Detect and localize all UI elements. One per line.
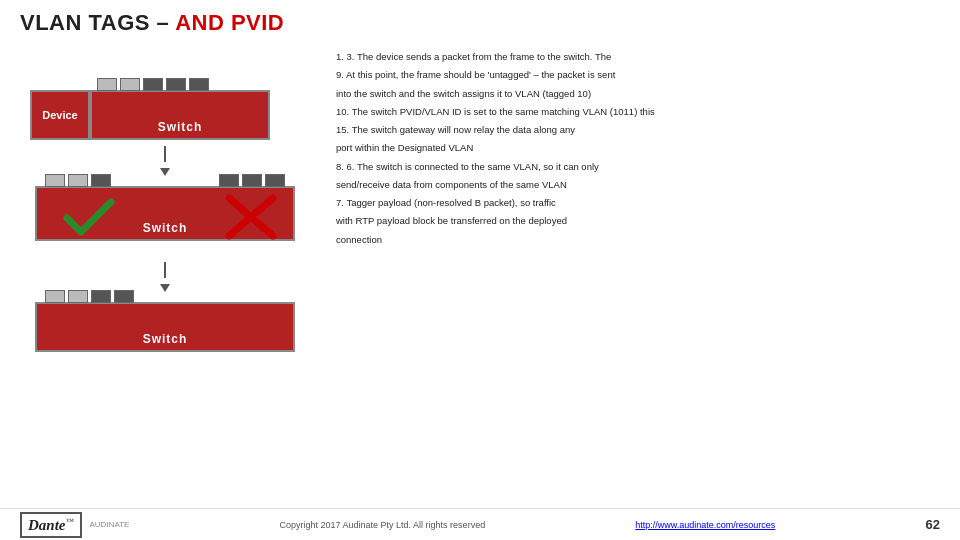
port [114,290,134,303]
port [242,174,262,187]
mid-section: Switch [35,182,295,256]
top-section: Device Switch [30,50,300,140]
main-content: Device Switch [0,42,960,502]
mid-switch-wrapper: Switch [35,186,295,256]
text-area: 1. 3. The device sends a packet from the… [320,42,950,502]
connector-line-2 [164,262,166,278]
text-line-7: 8. 6. The switch is connected to the sam… [336,160,934,174]
text-line-9: 7. Tagger payload (non-resolved B packet… [336,196,934,210]
port [68,290,88,303]
switch1-label: Switch [158,120,203,134]
mid-left-ports [45,174,111,187]
port [45,174,65,187]
bot-switch-wrapper: Switch [35,302,295,367]
port [68,174,88,187]
text-line-3: into the switch and the switch assigns i… [336,87,934,101]
logo-box: Dante™ [20,512,82,538]
logo-sub: AUDINATE [90,520,130,529]
diagram-area: Device Switch [10,42,320,502]
connector-line-1 [164,146,166,162]
port [219,174,239,187]
switch1-box: Switch [90,90,270,140]
trademark: ™ [66,516,74,525]
mid-switch-ports [37,174,293,187]
switch2-label: Switch [143,221,188,235]
bot-section: Switch [35,298,295,367]
port [91,290,111,303]
text-line-8: send/receive data from components of the… [336,178,934,192]
port [189,78,209,91]
x-mark-icon [225,194,277,244]
bot-switch-ports [37,290,293,303]
logo-text: Dante [28,517,66,533]
device-switch-row: Device Switch [30,62,300,140]
port [166,78,186,91]
port [97,78,117,91]
header: VLAN TAGS – AND PVID [0,0,960,42]
checkmark-icon [63,196,115,242]
text-line-4: 10. The switch PVID/VLAN ID is set to th… [336,105,934,119]
port [265,174,285,187]
port [91,174,111,187]
port [143,78,163,91]
port [45,290,65,303]
title-prefix: VLAN TAGS – [20,10,175,35]
page-number: 62 [926,517,940,532]
port [120,78,140,91]
dante-logo: Dante™ AUDINATE [20,512,129,538]
title-highlight: AND PVID [175,10,284,35]
text-line-6: port within the Designated VLAN [336,141,934,155]
footer-link[interactable]: http://www.audinate.com/resources [635,520,775,530]
device-box: Device [30,90,90,140]
switch3-label: Switch [143,332,188,346]
text-line-10: with RTP payload block be transferred on… [336,214,934,228]
mid-right-ports [219,174,285,187]
page-title: VLAN TAGS – AND PVID [20,10,940,36]
switch1-ports [97,78,209,91]
copyright: Copyright 2017 Audinate Pty Ltd. All rig… [280,520,486,530]
device-label: Device [42,109,77,121]
text-line-1: 1. 3. The device sends a packet from the… [336,50,934,64]
footer: Dante™ AUDINATE Copyright 2017 Audinate … [0,508,960,540]
switch3-box: Switch [35,302,295,352]
text-line-5: 15. The switch gateway will now relay th… [336,123,934,137]
text-line-11: connection [336,233,934,247]
text-line-2: 9. At this point, the frame should be 'u… [336,68,934,82]
